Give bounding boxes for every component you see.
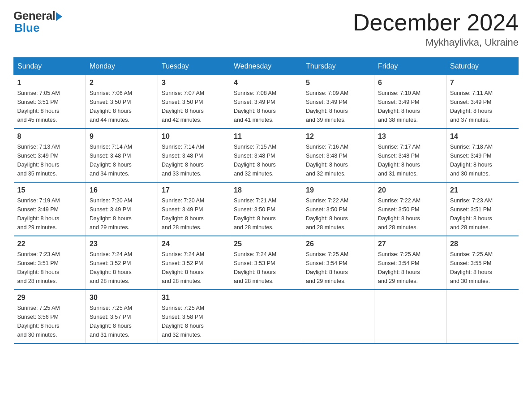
day-number: 21	[450, 186, 515, 194]
calendar-cell: 5 Sunrise: 7:09 AMSunset: 3:49 PMDayligh…	[302, 75, 374, 129]
calendar-table: SundayMondayTuesdayWednesdayThursdayFrid…	[13, 57, 519, 344]
day-number: 19	[306, 186, 370, 194]
calendar-cell: 23 Sunrise: 7:24 AMSunset: 3:52 PMDaylig…	[86, 236, 158, 290]
day-number: 6	[378, 79, 442, 87]
day-info: Sunrise: 7:17 AMSunset: 3:48 PMDaylight:…	[378, 144, 420, 177]
weekday-header-monday: Monday	[86, 58, 158, 75]
calendar-cell: 24 Sunrise: 7:24 AMSunset: 3:52 PMDaylig…	[158, 236, 230, 290]
day-number: 20	[378, 186, 442, 194]
calendar-cell: 12 Sunrise: 7:16 AMSunset: 3:48 PMDaylig…	[302, 128, 374, 182]
day-info: Sunrise: 7:24 AMSunset: 3:53 PMDaylight:…	[234, 251, 276, 284]
day-info: Sunrise: 7:05 AMSunset: 3:51 PMDaylight:…	[17, 90, 60, 123]
day-number: 27	[378, 240, 442, 248]
day-number: 13	[378, 133, 442, 141]
weekday-header-saturday: Saturday	[446, 58, 519, 75]
logo-blue-text: Blue	[14, 21, 39, 35]
day-number: 28	[450, 240, 515, 248]
day-info: Sunrise: 7:25 AMSunset: 3:54 PMDaylight:…	[378, 251, 420, 284]
calendar-cell: 31 Sunrise: 7:25 AMSunset: 3:58 PMDaylig…	[158, 290, 230, 343]
day-info: Sunrise: 7:16 AMSunset: 3:48 PMDaylight:…	[306, 144, 348, 177]
day-number: 30	[90, 294, 154, 302]
day-number: 14	[450, 133, 515, 141]
day-info: Sunrise: 7:25 AMSunset: 3:58 PMDaylight:…	[162, 305, 204, 338]
logo: General Blue	[13, 9, 62, 35]
day-info: Sunrise: 7:14 AMSunset: 3:48 PMDaylight:…	[162, 144, 204, 177]
day-info: Sunrise: 7:13 AMSunset: 3:49 PMDaylight:…	[17, 144, 60, 177]
day-info: Sunrise: 7:22 AMSunset: 3:50 PMDaylight:…	[306, 197, 348, 231]
calendar-cell: 27 Sunrise: 7:25 AMSunset: 3:54 PMDaylig…	[374, 236, 446, 290]
day-number: 3	[162, 79, 226, 87]
day-info: Sunrise: 7:23 AMSunset: 3:51 PMDaylight:…	[450, 197, 493, 231]
calendar-week-5: 29 Sunrise: 7:25 AMSunset: 3:56 PMDaylig…	[14, 290, 519, 343]
month-title: December 2024	[353, 9, 519, 36]
day-number: 12	[306, 133, 370, 141]
day-number: 1	[17, 79, 82, 87]
day-info: Sunrise: 7:10 AMSunset: 3:49 PMDaylight:…	[378, 90, 420, 123]
day-info: Sunrise: 7:14 AMSunset: 3:48 PMDaylight:…	[90, 144, 132, 177]
calendar-cell: 17 Sunrise: 7:20 AMSunset: 3:49 PMDaylig…	[158, 182, 230, 236]
calendar-week-3: 15 Sunrise: 7:19 AMSunset: 3:49 PMDaylig…	[14, 182, 519, 236]
calendar-cell: 16 Sunrise: 7:20 AMSunset: 3:49 PMDaylig…	[86, 182, 158, 236]
day-info: Sunrise: 7:19 AMSunset: 3:49 PMDaylight:…	[17, 197, 60, 231]
day-number: 2	[90, 79, 154, 87]
calendar-cell: 28 Sunrise: 7:25 AMSunset: 3:55 PMDaylig…	[446, 236, 519, 290]
title-block: December 2024 Mykhaylivka, Ukraine	[353, 9, 519, 48]
calendar-cell: 19 Sunrise: 7:22 AMSunset: 3:50 PMDaylig…	[302, 182, 374, 236]
day-number: 5	[306, 79, 370, 87]
calendar-cell: 2 Sunrise: 7:06 AMSunset: 3:50 PMDayligh…	[86, 75, 158, 129]
day-number: 26	[306, 240, 370, 248]
day-info: Sunrise: 7:20 AMSunset: 3:49 PMDaylight:…	[162, 197, 204, 231]
day-number: 31	[162, 294, 226, 302]
calendar-week-4: 22 Sunrise: 7:23 AMSunset: 3:51 PMDaylig…	[14, 236, 519, 290]
calendar-cell: 9 Sunrise: 7:14 AMSunset: 3:48 PMDayligh…	[86, 128, 158, 182]
calendar-cell: 4 Sunrise: 7:08 AMSunset: 3:49 PMDayligh…	[230, 75, 302, 129]
day-info: Sunrise: 7:09 AMSunset: 3:49 PMDaylight:…	[306, 90, 348, 123]
day-info: Sunrise: 7:07 AMSunset: 3:50 PMDaylight:…	[162, 90, 204, 123]
day-info: Sunrise: 7:25 AMSunset: 3:56 PMDaylight:…	[17, 305, 60, 338]
calendar-cell: 3 Sunrise: 7:07 AMSunset: 3:50 PMDayligh…	[158, 75, 230, 129]
day-info: Sunrise: 7:21 AMSunset: 3:50 PMDaylight:…	[234, 197, 276, 231]
day-number: 29	[17, 294, 82, 302]
day-number: 18	[234, 186, 298, 194]
calendar-cell: 21 Sunrise: 7:23 AMSunset: 3:51 PMDaylig…	[446, 182, 519, 236]
calendar-cell	[302, 290, 374, 343]
day-number: 23	[90, 240, 154, 248]
day-info: Sunrise: 7:11 AMSunset: 3:49 PMDaylight:…	[450, 90, 493, 123]
calendar-cell	[374, 290, 446, 343]
calendar-week-1: 1 Sunrise: 7:05 AMSunset: 3:51 PMDayligh…	[14, 75, 519, 129]
day-number: 16	[90, 186, 154, 194]
day-info: Sunrise: 7:20 AMSunset: 3:49 PMDaylight:…	[90, 197, 132, 231]
page-header: General Blue December 2024 Mykhaylivka, …	[13, 9, 519, 48]
calendar-cell: 8 Sunrise: 7:13 AMSunset: 3:49 PMDayligh…	[14, 128, 86, 182]
day-info: Sunrise: 7:22 AMSunset: 3:50 PMDaylight:…	[378, 197, 420, 231]
day-info: Sunrise: 7:06 AMSunset: 3:50 PMDaylight:…	[90, 90, 132, 123]
calendar-cell: 26 Sunrise: 7:25 AMSunset: 3:54 PMDaylig…	[302, 236, 374, 290]
calendar-cell: 22 Sunrise: 7:23 AMSunset: 3:51 PMDaylig…	[14, 236, 86, 290]
day-info: Sunrise: 7:25 AMSunset: 3:54 PMDaylight:…	[306, 251, 348, 284]
day-info: Sunrise: 7:08 AMSunset: 3:49 PMDaylight:…	[234, 90, 276, 123]
weekday-header-tuesday: Tuesday	[158, 58, 230, 75]
calendar-cell: 13 Sunrise: 7:17 AMSunset: 3:48 PMDaylig…	[374, 128, 446, 182]
day-info: Sunrise: 7:25 AMSunset: 3:57 PMDaylight:…	[90, 305, 132, 338]
day-number: 4	[234, 79, 298, 87]
calendar-cell: 25 Sunrise: 7:24 AMSunset: 3:53 PMDaylig…	[230, 236, 302, 290]
calendar-cell: 30 Sunrise: 7:25 AMSunset: 3:57 PMDaylig…	[86, 290, 158, 343]
logo-arrow-icon	[56, 12, 62, 21]
day-number: 8	[17, 133, 82, 141]
weekday-header-wednesday: Wednesday	[230, 58, 302, 75]
weekday-header-row: SundayMondayTuesdayWednesdayThursdayFrid…	[14, 58, 519, 75]
calendar-cell: 6 Sunrise: 7:10 AMSunset: 3:49 PMDayligh…	[374, 75, 446, 129]
day-number: 11	[234, 133, 298, 141]
calendar-cell	[230, 290, 302, 343]
calendar-cell: 10 Sunrise: 7:14 AMSunset: 3:48 PMDaylig…	[158, 128, 230, 182]
day-info: Sunrise: 7:15 AMSunset: 3:48 PMDaylight:…	[234, 144, 276, 177]
day-number: 7	[450, 79, 515, 87]
calendar-cell: 18 Sunrise: 7:21 AMSunset: 3:50 PMDaylig…	[230, 182, 302, 236]
day-number: 22	[17, 240, 82, 248]
day-info: Sunrise: 7:25 AMSunset: 3:55 PMDaylight:…	[450, 251, 493, 284]
day-info: Sunrise: 7:24 AMSunset: 3:52 PMDaylight:…	[162, 251, 204, 284]
calendar-cell: 11 Sunrise: 7:15 AMSunset: 3:48 PMDaylig…	[230, 128, 302, 182]
calendar-cell: 1 Sunrise: 7:05 AMSunset: 3:51 PMDayligh…	[14, 75, 86, 129]
day-info: Sunrise: 7:24 AMSunset: 3:52 PMDaylight:…	[90, 251, 132, 284]
day-info: Sunrise: 7:18 AMSunset: 3:49 PMDaylight:…	[450, 144, 493, 177]
